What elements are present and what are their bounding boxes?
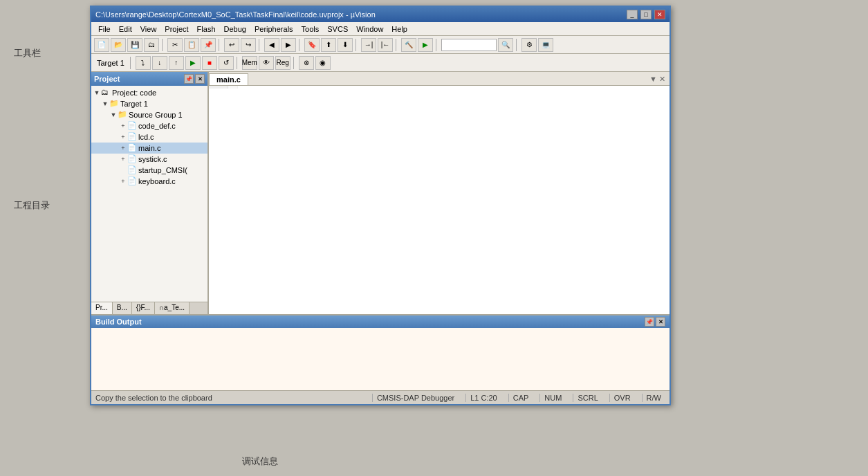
status-rw: R/W bbox=[642, 394, 665, 402]
menu-tools[interactable]: Tools bbox=[297, 24, 324, 35]
toggle-bp-button[interactable]: ◉ bbox=[315, 56, 331, 70]
indent-button[interactable]: →| bbox=[361, 38, 376, 52]
device-button[interactable]: 💻 bbox=[538, 38, 553, 52]
tree-item-startup[interactable]: 📄 startup_CMSI( bbox=[91, 165, 207, 176]
tab-templates[interactable]: ∩a_Te... bbox=[155, 302, 190, 314]
reset-button[interactable]: ↺ bbox=[219, 56, 234, 70]
minimize-button[interactable]: _ bbox=[627, 10, 638, 19]
registers-button[interactable]: Reg bbox=[275, 56, 290, 70]
target-options-button[interactable]: ⚙ bbox=[521, 38, 537, 52]
build-output-pin[interactable]: 📌 bbox=[645, 317, 654, 327]
status-bar: Copy the selection to the clipboard CMSI… bbox=[91, 390, 670, 404]
prev-bookmark-button[interactable]: ⬆ bbox=[321, 38, 336, 52]
status-scrl: SCRL bbox=[573, 394, 602, 402]
redo-button[interactable]: ↪ bbox=[241, 38, 256, 52]
tree-item-source-group[interactable]: ▼ 📁 Source Group 1 bbox=[91, 109, 207, 120]
status-ovr: OVR bbox=[609, 394, 635, 402]
menu-svcs[interactable]: SVCS bbox=[323, 24, 352, 35]
editor-close-button[interactable]: ▼ ✕ bbox=[645, 73, 670, 85]
debug-start-button[interactable]: ▶ bbox=[418, 38, 433, 52]
search-input[interactable]: strlen bbox=[441, 39, 497, 51]
nav-fwd-button[interactable]: ▶ bbox=[281, 38, 296, 52]
nav-back-button[interactable]: ◀ bbox=[264, 38, 279, 52]
menu-window[interactable]: Window bbox=[352, 24, 387, 35]
menu-view[interactable]: View bbox=[136, 24, 161, 35]
status-message: Copy the selection to the clipboard bbox=[95, 394, 372, 402]
sep10 bbox=[237, 57, 239, 69]
project-panel-close[interactable]: ✕ bbox=[195, 74, 205, 84]
watch-button[interactable]: 👁 bbox=[259, 56, 274, 70]
stop-button[interactable]: ■ bbox=[202, 56, 217, 70]
paste-button[interactable]: 📌 bbox=[201, 38, 216, 52]
build-output-title: Build Output bbox=[95, 318, 142, 326]
debug-annotation: 调试信息 bbox=[242, 455, 278, 468]
code-text[interactable] bbox=[238, 86, 670, 89]
save-button[interactable]: 💾 bbox=[127, 38, 142, 52]
close-button[interactable]: ✕ bbox=[654, 10, 665, 19]
status-num: NUM bbox=[539, 394, 566, 402]
tree-item-project[interactable]: ▼ 🗂 Project: code bbox=[91, 87, 207, 98]
tree-item-code-def-c[interactable]: + 📄 code_def.c bbox=[91, 120, 207, 131]
menu-debug[interactable]: Debug bbox=[220, 24, 250, 35]
sep5 bbox=[355, 39, 358, 51]
build-output-content bbox=[91, 328, 670, 390]
tree-item-keyboard-c[interactable]: + 📄 keyboard.c bbox=[91, 176, 207, 187]
bookmark-button[interactable]: 🔖 bbox=[304, 38, 320, 52]
target-label: Target 1 bbox=[94, 59, 127, 67]
status-right: CMSIS-DAP Debugger L1 C:20 CAP NUM SCRL … bbox=[372, 394, 665, 402]
run-button[interactable]: ▶ bbox=[185, 56, 201, 70]
menu-peripherals[interactable]: Peripherals bbox=[250, 24, 297, 35]
sep9 bbox=[130, 57, 133, 69]
tab-books[interactable]: B... bbox=[113, 302, 132, 314]
menu-bar: File Edit View Project Flash Debug Perip… bbox=[91, 22, 670, 36]
toolbar-annotation: 工具栏 bbox=[14, 47, 41, 60]
sep1 bbox=[162, 39, 165, 51]
cut-button[interactable]: ✂ bbox=[167, 38, 183, 52]
tree-item-systick-c[interactable]: + 📄 systick.c bbox=[91, 154, 207, 165]
menu-flash[interactable]: Flash bbox=[193, 24, 220, 35]
project-panel-title: Project bbox=[94, 75, 120, 83]
undo-button[interactable]: ↩ bbox=[224, 38, 239, 52]
sep2 bbox=[219, 39, 221, 51]
sep6 bbox=[396, 39, 398, 51]
tree-item-main-c[interactable]: + 📄 main.c bbox=[91, 143, 207, 154]
maximize-button[interactable]: □ bbox=[640, 10, 652, 19]
tab-project[interactable]: Pr... bbox=[91, 302, 113, 314]
sep4 bbox=[299, 39, 302, 51]
step-in-button[interactable]: ↓ bbox=[152, 56, 167, 70]
step-over-button[interactable]: ⤵ bbox=[136, 56, 151, 70]
line-markers bbox=[228, 86, 238, 89]
tab-functions[interactable]: {}F... bbox=[132, 302, 155, 314]
line-numbers bbox=[209, 86, 228, 89]
build-output-close[interactable]: ✕ bbox=[656, 317, 665, 327]
sep11 bbox=[293, 57, 296, 69]
toolbar-row2: Target 1 ⤵ ↓ ↑ ▶ ■ ↺ Mem 👁 Reg ⊗ ◉ bbox=[91, 54, 670, 72]
save-all-button[interactable]: 🗂 bbox=[144, 38, 159, 52]
menu-project[interactable]: Project bbox=[160, 24, 192, 35]
search-button[interactable]: 🔍 bbox=[498, 38, 513, 52]
build-output-header: Build Output 📌 ✕ bbox=[91, 315, 670, 328]
open-button[interactable]: 📂 bbox=[111, 38, 126, 52]
new-file-button[interactable]: 📄 bbox=[94, 38, 109, 52]
toolbar-row1: 📄 📂 💾 🗂 ✂ 📋 📌 ↩ ↪ ◀ ▶ 🔖 ⬆ ⬇ →| |← 🔨 ▶ bbox=[91, 36, 670, 54]
code-editor: main.c ▼ ✕ bbox=[209, 72, 670, 314]
project-panel: Project 📌 ✕ ▼ 🗂 Project: code ▼ bbox=[91, 72, 209, 314]
status-debugger: CMSIS-DAP Debugger bbox=[372, 394, 459, 402]
outdent-button[interactable]: |← bbox=[378, 38, 393, 52]
tree-item-target[interactable]: ▼ 📁 Target 1 bbox=[91, 98, 207, 109]
breakpoint-button[interactable]: ⊗ bbox=[299, 56, 314, 70]
menu-help[interactable]: Help bbox=[387, 24, 412, 35]
menu-file[interactable]: File bbox=[94, 24, 115, 35]
code-content[interactable] bbox=[209, 86, 670, 314]
tree-item-lcd-c[interactable]: + 📄 lcd.c bbox=[91, 131, 207, 143]
copy-button[interactable]: 📋 bbox=[184, 38, 199, 52]
next-bookmark-button[interactable]: ⬇ bbox=[338, 38, 353, 52]
editor-tab-main-c[interactable]: main.c bbox=[209, 73, 248, 85]
memory-button[interactable]: Mem bbox=[242, 56, 257, 70]
build-button[interactable]: 🔨 bbox=[401, 38, 416, 52]
sep8 bbox=[516, 39, 519, 51]
step-out-button[interactable]: ↑ bbox=[169, 56, 184, 70]
menu-edit[interactable]: Edit bbox=[115, 24, 136, 35]
project-panel-pin[interactable]: 📌 bbox=[184, 74, 194, 84]
build-output-panel: Build Output 📌 ✕ bbox=[91, 314, 670, 390]
